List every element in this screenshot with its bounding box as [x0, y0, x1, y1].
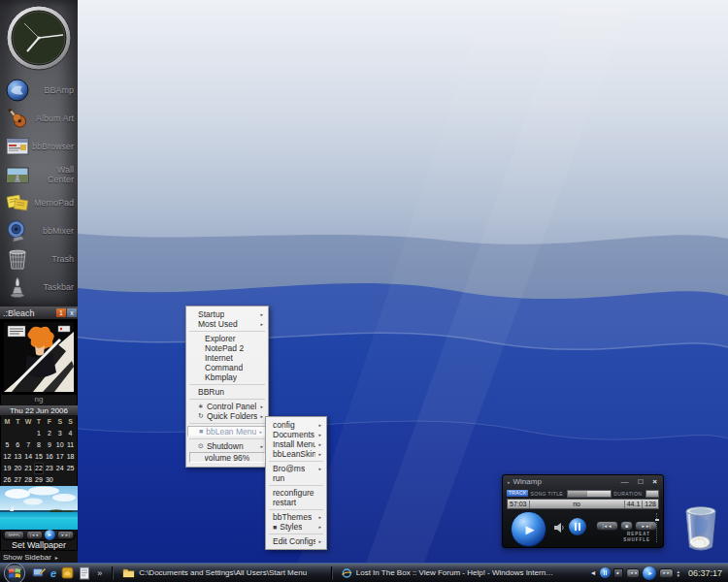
- menu-item[interactable]: Documents ▸: [267, 430, 325, 439]
- recycle-bin[interactable]: [679, 499, 722, 555]
- calendar-day[interactable]: 24: [54, 463, 65, 474]
- calendar-day[interactable]: 6: [13, 439, 23, 451]
- menu-item[interactable]: [269, 509, 323, 510]
- tray-previous-button[interactable]: |◄◄: [626, 568, 641, 578]
- calendar-day[interactable]: 25: [65, 463, 76, 474]
- calendar-day[interactable]: 11: [65, 439, 76, 451]
- calendar-day[interactable]: [2, 428, 13, 439]
- spin-down-icon[interactable]: ▾: [677, 573, 679, 577]
- menu-item[interactable]: Explorer: [187, 334, 267, 343]
- calendar-day[interactable]: [23, 428, 34, 439]
- tray-next-button[interactable]: ►►|: [659, 568, 674, 578]
- menu-item[interactable]: bbThemes ▸: [267, 512, 325, 522]
- tray-stop-button[interactable]: ■: [613, 568, 623, 578]
- calendar-day[interactable]: 4: [65, 428, 76, 439]
- menu-item[interactable]: [269, 485, 323, 486]
- menu-item[interactable]: [189, 331, 265, 332]
- calendar-date-bar[interactable]: Thu 22 Jun 2006: [0, 404, 78, 416]
- calendar-day[interactable]: 23: [44, 463, 54, 474]
- tray-play-button[interactable]: ►: [643, 566, 656, 580]
- tray-spinner[interactable]: ▴ ▾: [677, 569, 679, 577]
- calendar-day[interactable]: 18: [65, 451, 76, 463]
- menu-item[interactable]: Command: [187, 363, 267, 372]
- calendar-day[interactable]: 29: [34, 474, 45, 486]
- bleach-panel-header[interactable]: .:Bleach 1 x: [0, 307, 78, 319]
- menu-item[interactable]: [189, 438, 265, 439]
- menu-item[interactable]: reconfigure: [267, 488, 325, 498]
- calendar-day[interactable]: 16: [44, 451, 54, 463]
- dock-item-trash[interactable]: Trash: [0, 244, 78, 273]
- tray-pause-button[interactable]: [600, 567, 611, 578]
- calendar-day[interactable]: 28: [23, 474, 34, 486]
- menu-item[interactable]: Edit Configs ▸: [267, 536, 325, 546]
- menu-item[interactable]: [189, 423, 265, 424]
- calendar-day[interactable]: 30: [44, 474, 54, 486]
- dock-item-bbamp[interactable]: BBAmp: [0, 76, 78, 104]
- minimize-button[interactable]: —: [620, 477, 628, 487]
- show-desktop-icon[interactable]: [32, 566, 46, 580]
- shuffle-button[interactable]: SHFFL: [4, 531, 24, 539]
- winamp-window[interactable]: ▸ Winamp — □ × TRACK SONG TITLE: DURATIO…: [502, 474, 664, 548]
- calendar-day[interactable]: 10: [54, 439, 65, 451]
- calendar-day[interactable]: 1: [34, 428, 45, 439]
- play-slideshow-button[interactable]: ►: [45, 530, 55, 540]
- volume-slider[interactable]: [656, 513, 657, 542]
- dock-item-bbbrowser[interactable]: bbBrowser: [0, 132, 78, 160]
- dock-item-album-art[interactable]: Album Art: [0, 104, 78, 132]
- calendar-day[interactable]: 14: [23, 451, 34, 463]
- tray-scroll-left-icon[interactable]: ◄: [590, 569, 597, 576]
- menu-item[interactable]: NotePad 2: [187, 343, 267, 353]
- menu-item[interactable]: Install Menu ▸: [267, 439, 325, 449]
- shuffle-label[interactable]: SHUFFLE: [623, 537, 650, 542]
- previous-track-button[interactable]: |◄◄: [596, 521, 618, 531]
- menu-item[interactable]: Most Used ▸: [187, 319, 267, 329]
- calendar-day[interactable]: 3: [54, 428, 65, 439]
- panel-minimize-button[interactable]: 1: [56, 308, 66, 317]
- dock-item-memopad[interactable]: MemoPad: [0, 188, 78, 216]
- calendar-day[interactable]: [65, 474, 76, 486]
- calendar-day[interactable]: 20: [13, 463, 23, 474]
- start-button[interactable]: [3, 562, 26, 582]
- menu-item[interactable]: Kbmplay: [187, 372, 267, 382]
- menu-item[interactable]: [269, 461, 323, 462]
- panel-close-button[interactable]: x: [67, 308, 77, 317]
- calendar-day[interactable]: 21: [23, 463, 34, 474]
- speaker-icon[interactable]: [553, 522, 565, 534]
- calendar-day[interactable]: 22: [34, 463, 45, 474]
- menu-item[interactable]: [269, 534, 323, 534]
- menu-item[interactable]: Bro@ms ▸: [267, 464, 325, 473]
- gold-app-icon[interactable]: [61, 566, 74, 579]
- winamp-titlebar[interactable]: ▸ Winamp — □ ×: [503, 475, 663, 488]
- menu-item[interactable]: [189, 399, 265, 400]
- menu-item[interactable]: volume 96%: [189, 452, 265, 463]
- calendar-day[interactable]: 26: [2, 474, 13, 486]
- play-button[interactable]: ►: [511, 511, 546, 547]
- calendar-day[interactable]: [54, 474, 65, 486]
- menu-item[interactable]: ∗ Control Panel ▸: [187, 402, 267, 411]
- calendar-day[interactable]: 13: [13, 451, 23, 463]
- seek-bar[interactable]: [567, 490, 612, 498]
- stop-button[interactable]: ■: [620, 521, 633, 531]
- menu-item[interactable]: ■ Styles ▸: [267, 522, 325, 532]
- document-icon[interactable]: [79, 566, 90, 580]
- pause-button[interactable]: [569, 518, 586, 535]
- calendar-day[interactable]: 27: [13, 474, 23, 486]
- menu-item[interactable]: ⊙ Shutdown ▸: [187, 441, 267, 451]
- menu-item[interactable]: ■ bbLean Menu ▸: [187, 426, 267, 436]
- calendar-day[interactable]: 12: [2, 451, 13, 463]
- menu-item[interactable]: BBRun: [187, 387, 267, 397]
- taskbar-task-internet-explorer[interactable]: Lost In The Box :: View Forum - Help! - …: [336, 566, 563, 581]
- dock-item-taskbar[interactable]: Taskbar: [0, 273, 78, 301]
- volume-slider-handle[interactable]: [655, 519, 659, 521]
- next-track-button[interactable]: ►►|: [635, 521, 657, 531]
- menu-item[interactable]: config ▸: [267, 420, 325, 430]
- menu-item[interactable]: Startup ▸: [187, 309, 267, 319]
- menu-item[interactable]: restart: [267, 498, 325, 507]
- prev-wallpaper-button[interactable]: |◄◄: [26, 531, 43, 539]
- repeat-label[interactable]: REPEAT: [627, 532, 650, 536]
- calendar-day[interactable]: 15: [34, 451, 45, 463]
- winamp-menu-arrow-icon[interactable]: ▸: [508, 479, 511, 485]
- dock-item-wall-center[interactable]: Wall Center: [0, 160, 78, 188]
- next-wallpaper-button[interactable]: ►►|: [57, 531, 74, 539]
- set-wallpaper-button[interactable]: Set Wallpaper: [0, 540, 78, 551]
